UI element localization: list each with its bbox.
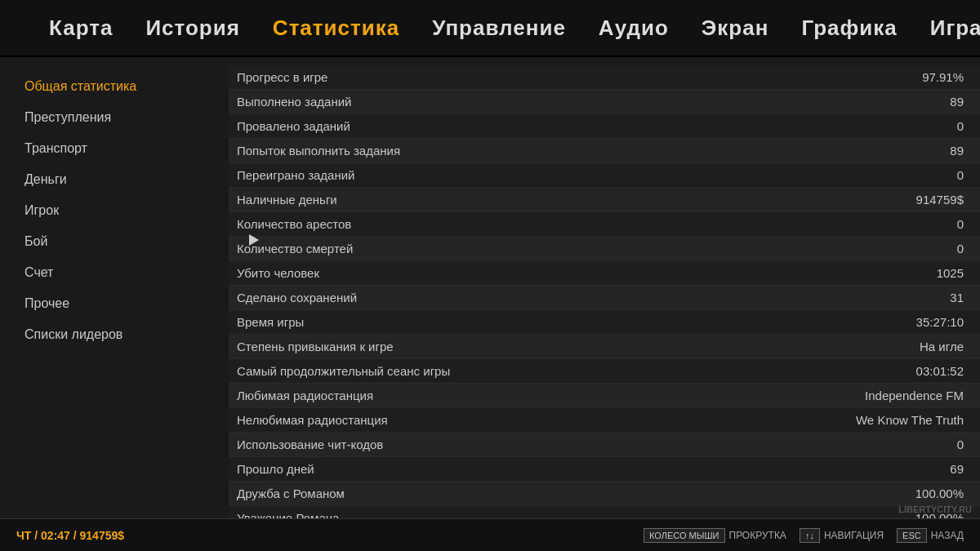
stat-row: Время игры35:27:10 bbox=[229, 310, 980, 335]
stat-label: Попыток выполнить задания bbox=[237, 144, 400, 158]
stat-value: 0 bbox=[817, 119, 964, 133]
stat-value: 0 bbox=[817, 438, 964, 451]
stat-value: 97.91% bbox=[817, 70, 964, 84]
stat-value: На игле bbox=[817, 340, 964, 353]
bottom-bar: ЧТ / 02:47 / 914759$ КОЛЕСО МЫШИПРОКРУТК… bbox=[0, 518, 980, 551]
nav-item-graphics[interactable]: Графика bbox=[801, 16, 897, 41]
stat-value: 03:01:52 bbox=[817, 364, 964, 378]
stat-value: 1025 bbox=[817, 266, 964, 280]
stat-row: Самый продолжительный сеанс игры03:01:52 bbox=[229, 359, 980, 384]
bottom-hint: ESCНАЗАД bbox=[897, 528, 964, 543]
stat-label: Нелюбимая радиостанция bbox=[237, 413, 388, 427]
status-text: ЧТ / 02:47 / 914759$ bbox=[16, 529, 124, 542]
sidebar-item-transport[interactable]: Транспорт bbox=[24, 136, 204, 162]
stat-value: 0 bbox=[817, 168, 964, 182]
stat-row: Степень привыкания к игреНа игле bbox=[229, 335, 980, 359]
bottom-hints: КОЛЕСО МЫШИПРОКРУТКА↑↓НАВИГАЦИЯESCНАЗАД bbox=[644, 528, 964, 543]
sidebar-item-crimes[interactable]: Преступления bbox=[24, 104, 204, 131]
stat-value: We Know The Truth bbox=[817, 413, 964, 427]
stat-row: Прошло дней69 bbox=[229, 457, 980, 482]
hint-action: НАЗАД bbox=[931, 530, 964, 541]
stat-value: 69 bbox=[817, 462, 964, 476]
stat-row: Нелюбимая радиостанцияWe Know The Truth bbox=[229, 408, 980, 433]
sidebar-item-leaderboards[interactable]: Списки лидеров bbox=[24, 322, 204, 348]
cursor-pointer bbox=[249, 234, 259, 246]
stat-value: 0 bbox=[817, 242, 964, 256]
sidebar-item-general[interactable]: Общая статистика bbox=[24, 73, 204, 100]
key-badge: ESC bbox=[897, 528, 927, 543]
bottom-hint: ↑↓НАВИГАЦИЯ bbox=[800, 528, 884, 543]
stat-row: Дружба с Романом100.00% bbox=[229, 482, 980, 506]
stat-row: Количество арестов0 bbox=[229, 212, 980, 237]
stat-value: 35:27:10 bbox=[817, 315, 964, 329]
main-content: Общая статистикаПреступленияТранспортДен… bbox=[0, 57, 980, 518]
stats-area: Прогресс в игре97.91%Выполнено заданий89… bbox=[229, 57, 980, 518]
stat-label: Использование чит-кодов bbox=[237, 438, 383, 451]
key-badge: ↑↓ bbox=[800, 528, 820, 543]
stat-label: Уважение Романа bbox=[237, 511, 339, 518]
stat-value: 89 bbox=[817, 95, 964, 109]
stat-row: Выполнено заданий89 bbox=[229, 90, 980, 114]
stat-label: Дружба с Романом bbox=[237, 487, 345, 500]
stat-row: Любимая радиостанцияIndependence FM bbox=[229, 384, 980, 408]
stat-label: Переиграно заданий bbox=[237, 168, 355, 182]
stat-row: Сделано сохранений31 bbox=[229, 286, 980, 310]
nav-item-map[interactable]: Карта bbox=[49, 16, 113, 41]
stat-row: Попыток выполнить задания89 bbox=[229, 139, 980, 163]
stat-value: 31 bbox=[817, 291, 964, 304]
stat-label: Прогресс в игре bbox=[237, 70, 327, 84]
sidebar-item-player[interactable]: Игрок bbox=[24, 198, 204, 224]
stat-label: Степень привыкания к игре bbox=[237, 340, 394, 353]
key-badge: КОЛЕСО МЫШИ bbox=[644, 528, 724, 543]
stat-label: Любимая радиостанция bbox=[237, 389, 373, 402]
hint-action: НАВИГАЦИЯ bbox=[824, 530, 884, 541]
stat-label: Время игры bbox=[237, 315, 304, 329]
stat-row: Использование чит-кодов0 bbox=[229, 433, 980, 457]
nav-item-game[interactable]: Игра bbox=[930, 16, 980, 41]
stat-value: 0 bbox=[817, 217, 964, 231]
stat-label: Выполнено заданий bbox=[237, 95, 351, 109]
stat-value: 914759$ bbox=[817, 193, 964, 207]
nav-item-stats[interactable]: Статистика bbox=[273, 16, 399, 41]
sidebar-item-misc[interactable]: Прочее bbox=[24, 291, 204, 317]
stat-row: Количество смертей0 bbox=[229, 237, 980, 261]
stat-label: Прошло дней bbox=[237, 462, 314, 476]
hint-action: ПРОКРУТКА bbox=[729, 530, 786, 541]
nav-item-audio[interactable]: Аудио bbox=[599, 16, 669, 41]
stat-value: 100.00% bbox=[817, 487, 964, 500]
stat-row: Уважение Романа100.00% bbox=[229, 506, 980, 518]
sidebar-item-money[interactable]: Деньги bbox=[24, 167, 204, 193]
stat-label: Убито человек bbox=[237, 266, 319, 280]
stat-value: 89 bbox=[817, 144, 964, 158]
stat-row: Прогресс в игре97.91% bbox=[229, 65, 980, 90]
nav-item-history[interactable]: История bbox=[145, 16, 239, 41]
nav-item-display[interactable]: Экран bbox=[702, 16, 769, 41]
stat-label: Количество арестов bbox=[237, 217, 351, 231]
sidebar-item-combat[interactable]: Бой bbox=[24, 229, 204, 255]
nav-item-controls[interactable]: Управление bbox=[432, 16, 566, 41]
sidebar: Общая статистикаПреступленияТранспортДен… bbox=[0, 57, 229, 518]
stat-row: Наличные деньги914759$ bbox=[229, 188, 980, 212]
bottom-hint: КОЛЕСО МЫШИПРОКРУТКА bbox=[644, 528, 786, 543]
stat-value: Independence FM bbox=[817, 389, 964, 402]
stat-label: Провалено заданий bbox=[237, 119, 350, 133]
watermark: LIBERTYCITY.RU bbox=[898, 504, 972, 514]
stat-label: Наличные деньги bbox=[237, 193, 337, 207]
sidebar-item-score[interactable]: Счет bbox=[24, 260, 204, 286]
stat-row: Переиграно заданий0 bbox=[229, 163, 980, 188]
stat-label: Сделано сохранений bbox=[237, 291, 357, 304]
stat-row: Убито человек1025 bbox=[229, 261, 980, 286]
top-navigation: КартаИсторияСтатистикаУправлениеАудиоЭкр… bbox=[0, 0, 980, 57]
stat-label: Самый продолжительный сеанс игры bbox=[237, 364, 450, 378]
stat-row: Провалено заданий0 bbox=[229, 114, 980, 139]
